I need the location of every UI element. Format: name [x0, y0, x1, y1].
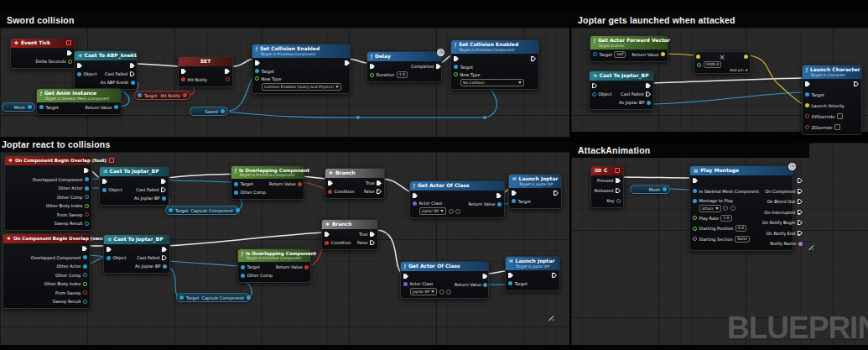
- node-multiply[interactable]: × 1000.0 Add pin⊕: [694, 51, 751, 74]
- exec-out-pin[interactable]: [646, 81, 651, 90]
- exec-out-pin[interactable]: [162, 245, 167, 253]
- variable-capsule-component-1[interactable]: Target Capsule Component: [165, 206, 239, 215]
- node-cast-to-abp-knekt[interactable]: ⇉ Cast To ABP_knekt Object Cast Failed A…: [74, 50, 138, 90]
- exec-in-pin[interactable]: [512, 189, 531, 197]
- exec-in-pin[interactable]: [181, 67, 207, 76]
- return-value-pin[interactable]: Return Value: [86, 103, 118, 112]
- input-a-pin[interactable]: [696, 55, 700, 59]
- node-launch-joptar-1[interactable]: ✉ Launch Joptar Target is Joptar BP Targ…: [508, 174, 562, 209]
- target-pin[interactable]: Target: [805, 91, 845, 99]
- target-pin[interactable]: Target: [234, 180, 266, 188]
- play-rate-value[interactable]: 1.0: [720, 215, 731, 222]
- z-override-pin[interactable]: ZOverride: [805, 123, 845, 132]
- overlapped-component-pin[interactable]: Overlapped Component: [31, 253, 87, 262]
- launch-velocity-pin[interactable]: Launch Velocity: [805, 102, 845, 110]
- return-value-pin[interactable]: Return Value: [455, 280, 487, 289]
- play-rate-pin[interactable]: Play Rate1.0: [693, 214, 759, 222]
- new-type-pin[interactable]: New Type: [255, 76, 341, 82]
- other-comp-pin[interactable]: Other Comp: [241, 271, 273, 279]
- node-cast-to-joptar-2[interactable]: ⇉ Cast To Joptar_BP Object Cast Failed A…: [103, 234, 170, 274]
- skeletal-mesh-pin[interactable]: In Skeletal Mesh Component: [693, 187, 759, 196]
- starting-position-value[interactable]: 0.0: [735, 225, 746, 232]
- exec-out-pin[interactable]: [225, 67, 230, 76]
- exec-out-pin[interactable]: [482, 272, 487, 280]
- exec-out-pin[interactable]: [82, 244, 87, 253]
- actor-class-pin[interactable]: Actor Class: [403, 280, 451, 287]
- starting-position-pin[interactable]: Starting Position0.0: [693, 224, 759, 232]
- exec-out-pin[interactable]: [84, 166, 89, 175]
- new-type-pin[interactable]: New Type: [454, 71, 524, 78]
- target-pin[interactable]: Target: [454, 63, 524, 71]
- node-set-collision-enabled-1[interactable]: ƒ Set Collision Enabled Target is Primit…: [252, 44, 351, 94]
- exec-in-pin[interactable]: [403, 272, 451, 280]
- starting-section-pin[interactable]: Starting SectionNone: [693, 235, 759, 243]
- true-exec-pin[interactable]: True: [366, 179, 382, 187]
- object-pin[interactable]: Object: [592, 90, 612, 98]
- as-abp-knekt-pin[interactable]: As ABP Knekt: [101, 78, 135, 86]
- exec-out-pin[interactable]: [554, 189, 559, 197]
- use-selected-icon[interactable]: [439, 290, 444, 295]
- node-delay[interactable]: ◷ ƒ Delay Duration1.0 Completed: [366, 51, 442, 82]
- target-pin[interactable]: [169, 208, 173, 212]
- hit-notify-pin[interactable]: Hit Notify: [181, 76, 207, 84]
- variable-hit-notify[interactable]: Target Hit Notify: [134, 91, 190, 100]
- exec-in-pin[interactable]: [325, 230, 351, 238]
- node-get-actor-of-class-2[interactable]: ƒ Get Actor Of Class Actor Class Joptar …: [400, 261, 489, 299]
- other-comp-pin[interactable]: Other Comp: [57, 193, 89, 201]
- exec-out-pin[interactable]: [345, 59, 350, 67]
- sweep-result-pin[interactable]: Sweep Result: [55, 219, 89, 227]
- browse-icon[interactable]: [730, 206, 735, 211]
- xy-override-pin[interactable]: XYOverride: [805, 112, 845, 121]
- variable-capsule-component-2[interactable]: Target Capsule Component: [176, 293, 250, 302]
- use-selected-icon[interactable]: [723, 206, 728, 211]
- on-notify-end-pin[interactable]: On Notify End: [767, 229, 803, 238]
- exec-in-pin[interactable]: [413, 191, 460, 200]
- target-pin[interactable]: [179, 295, 184, 300]
- condition-pin[interactable]: Condition: [328, 187, 354, 196]
- target-pin[interactable]: Target: [255, 67, 341, 76]
- multiplier-value[interactable]: 1000.0: [704, 61, 722, 68]
- browse-icon[interactable]: [455, 209, 460, 214]
- node-branch-2[interactable]: ❖ Branch Condition True False: [321, 219, 378, 250]
- true-exec-pin[interactable]: True: [359, 230, 375, 238]
- completed-exec-pin[interactable]: Completed: [411, 62, 441, 71]
- xy-override-checkbox[interactable]: [837, 113, 843, 119]
- node-get-anim-instance[interactable]: ƒ Get Anim Instance Target is Skeletal M…: [36, 88, 122, 115]
- from-sweep-pin[interactable]: From Sweep: [57, 211, 89, 219]
- condition-pin[interactable]: Condition: [325, 238, 351, 247]
- released-exec-pin[interactable]: Released: [595, 186, 621, 195]
- return-value-pin[interactable]: Return Value: [269, 180, 302, 188]
- exec-in-pin[interactable]: [255, 59, 341, 67]
- new-type-dropdown[interactable]: Collision Enabled (Query and Physics): [262, 83, 341, 91]
- on-interrupted-pin[interactable]: On Interrupted: [764, 208, 802, 217]
- exec-out-pin[interactable]: [496, 191, 502, 200]
- self-value[interactable]: self: [614, 51, 626, 58]
- node-set-collision-enabled-2[interactable]: ƒ Set Collision Enabled Target is Primit…: [450, 39, 539, 90]
- exec-in-pin[interactable]: [102, 177, 122, 185]
- cast-failed-pin[interactable]: Cast Failed: [137, 253, 167, 262]
- exec-out-pin[interactable]: [854, 80, 859, 88]
- on-notify-begin-pin[interactable]: On Notify Begin: [762, 218, 803, 227]
- pressed-exec-pin[interactable]: Pressed: [597, 176, 621, 185]
- variable-mesh[interactable]: Mesh: [2, 102, 35, 112]
- other-comp-pin[interactable]: Other Comp: [55, 271, 87, 279]
- output-pin[interactable]: [221, 109, 225, 113]
- key-pin[interactable]: Key: [606, 196, 621, 205]
- delegate-pin[interactable]: [109, 158, 114, 163]
- as-joptar-bp-pin[interactable]: As Joptar BP: [619, 98, 651, 107]
- overlapped-component-pin[interactable]: Overlapped Component: [30, 175, 89, 184]
- node-key-event-c[interactable]: ⌨ C Pressed Released Key: [590, 165, 624, 208]
- false-exec-pin[interactable]: False: [357, 238, 375, 247]
- delegate-pin[interactable]: [66, 40, 71, 45]
- node-play-montage[interactable]: ◷ ▤ Play Montage In Skeletal Mesh Compon…: [689, 165, 793, 251]
- node-is-overlapping-1[interactable]: ƒ Is Overlapping Component Target is Pri…: [231, 165, 304, 200]
- object-pin[interactable]: Object: [77, 70, 97, 78]
- exec-out-pin[interactable]: [161, 177, 166, 185]
- on-completed-pin[interactable]: On Completed: [765, 187, 802, 196]
- on-blend-out-pin[interactable]: On Blend Out: [767, 197, 803, 206]
- target-pin[interactable]: Target: [39, 103, 59, 112]
- input-b-pin[interactable]: 1000.0: [697, 61, 721, 68]
- other-actor-pin[interactable]: Other Actor: [57, 262, 87, 270]
- other-body-index-pin[interactable]: Other Body Index: [46, 201, 89, 210]
- value-out-pin[interactable]: [226, 76, 230, 84]
